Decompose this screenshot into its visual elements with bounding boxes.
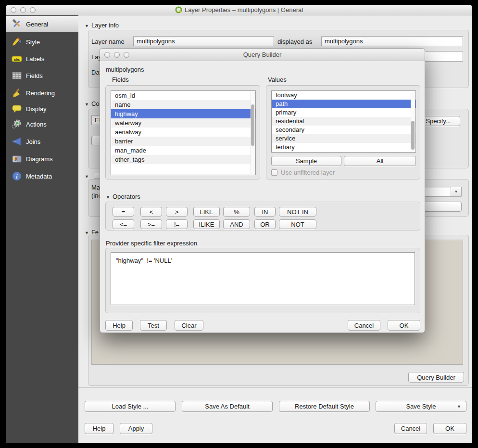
op-lt-button[interactable]: < xyxy=(140,207,162,217)
all-button[interactable]: All xyxy=(344,156,416,166)
list-item[interactable]: barrier xyxy=(111,137,255,146)
sample-button[interactable]: Sample xyxy=(271,156,341,166)
list-item[interactable]: waterway xyxy=(111,118,255,128)
op-like-button[interactable]: LIKE xyxy=(193,207,220,217)
list-item[interactable]: residential xyxy=(272,117,415,126)
sidebar-item-label: Labels xyxy=(26,55,44,63)
op-pct-button[interactable]: % xyxy=(223,207,250,217)
op-not-button[interactable]: NOT xyxy=(279,219,316,229)
window-controls xyxy=(11,7,36,13)
restore-default-style-button[interactable]: Restore Default Style xyxy=(279,401,370,412)
list-item[interactable]: aerialway xyxy=(111,128,255,137)
op-le-button[interactable]: <= xyxy=(113,219,134,229)
sidebar-item-metadata[interactable]: i Metadata xyxy=(6,168,78,184)
dialog-titlebar[interactable]: Query Builder xyxy=(100,49,425,61)
sidebar-item-joins[interactable]: Joins xyxy=(6,133,78,150)
sidebar-item-label: Fields xyxy=(26,72,43,79)
sidebar-item-label: Actions xyxy=(26,121,47,128)
list-item-selected[interactable]: highway xyxy=(111,109,255,118)
op-gt-button[interactable]: > xyxy=(166,207,188,217)
close-button[interactable] xyxy=(11,7,16,13)
sidebar-item-labels[interactable]: abc Labels xyxy=(6,51,78,67)
zoom-button[interactable] xyxy=(124,52,129,58)
zoom-button[interactable] xyxy=(30,7,36,13)
visibility-header[interactable]: ▼ xyxy=(85,172,91,179)
fields-group: osm_id name highway waterway aerialway b… xyxy=(105,85,260,179)
minimize-button[interactable] xyxy=(20,7,26,13)
operators-group: = < > LIKE % IN NOT IN <= >= != ILIKE AN… xyxy=(105,202,420,230)
minimize-button[interactable] xyxy=(114,52,120,58)
crs-header[interactable]: ▼Co xyxy=(85,100,100,107)
filter-expression-label: Provider specific filter expression xyxy=(106,240,197,247)
list-item[interactable]: footway xyxy=(272,91,415,100)
paintbrush-icon xyxy=(12,37,22,47)
op-in-button[interactable]: IN xyxy=(254,207,276,217)
scrollbar-thumb[interactable] xyxy=(411,121,415,150)
bottom-separator xyxy=(78,387,472,388)
sidebar-item-diagrams[interactable]: Diagrams xyxy=(6,151,78,167)
qb-help-button[interactable]: Help xyxy=(105,320,133,331)
window-titlebar[interactable]: Layer Properties – multipolygons | Gener… xyxy=(6,5,472,15)
fields-header: Fields xyxy=(112,76,129,83)
list-item[interactable]: service xyxy=(272,134,415,143)
op-eq-button[interactable]: = xyxy=(113,207,134,217)
op-ge-button[interactable]: >= xyxy=(140,219,162,229)
op-ilike-button[interactable]: ILIKE xyxy=(193,219,220,229)
list-item[interactable]: tertiary xyxy=(272,143,415,152)
layer-name-label: Layer name xyxy=(91,38,125,45)
chevron-down-icon[interactable]: ▼ xyxy=(451,187,461,196)
dialog-window-controls xyxy=(104,52,129,58)
list-item[interactable]: man_made xyxy=(111,146,255,155)
filter-expression-textarea[interactable]: "highway" != 'NULL' xyxy=(111,252,415,305)
layer-source-input[interactable] xyxy=(420,51,463,62)
help-button[interactable]: Help xyxy=(85,423,113,434)
sidebar-item-label: Diagrams xyxy=(26,155,53,163)
ok-button[interactable]: OK xyxy=(433,423,466,434)
crs-partial-button[interactable] xyxy=(91,136,100,145)
sidebar-item-display[interactable]: Display xyxy=(6,101,78,117)
list-item-selected[interactable]: path xyxy=(272,100,415,108)
sidebar-item-fields[interactable]: Fields xyxy=(6,67,78,84)
sidebar-item-label: Style xyxy=(26,38,40,46)
speech-bubble-icon xyxy=(12,103,22,114)
fields-list[interactable]: osm_id name highway waterway aerialway b… xyxy=(111,90,256,175)
table-icon xyxy=(12,70,22,81)
query-builder-button[interactable]: Query Builder xyxy=(408,372,464,383)
op-or-button[interactable]: OR xyxy=(254,219,276,229)
op-notin-button[interactable]: NOT IN xyxy=(279,207,316,217)
sidebar-item-general[interactable]: General xyxy=(6,16,78,32)
list-item[interactable]: other_tags xyxy=(111,155,255,164)
op-ne-button[interactable]: != xyxy=(166,219,188,229)
list-item[interactable]: primary xyxy=(272,108,415,117)
displayed-as-label: displayed as xyxy=(277,38,312,45)
apply-button[interactable]: Apply xyxy=(120,423,152,434)
close-button[interactable] xyxy=(104,52,110,58)
op-and-button[interactable]: AND xyxy=(223,219,250,229)
scrollbar-thumb[interactable] xyxy=(251,104,254,146)
sidebar-item-rendering[interactable]: Rendering xyxy=(6,85,78,101)
values-list[interactable]: footway path primary residential seconda… xyxy=(271,90,416,153)
qb-clear-button[interactable]: Clear xyxy=(175,320,203,331)
qb-cancel-button[interactable]: Cancel xyxy=(348,320,380,331)
list-item[interactable]: name xyxy=(111,100,255,109)
load-style-button[interactable]: Load Style ... xyxy=(85,401,176,412)
operators-header[interactable]: ▼Operators xyxy=(106,193,140,200)
collapse-triangle-icon: ▼ xyxy=(85,24,89,28)
use-unfiltered-label: Use unfiltered layer xyxy=(281,169,335,176)
sidebar-item-actions[interactable]: Actions xyxy=(6,116,78,132)
save-as-default-button[interactable]: Save As Default xyxy=(182,401,273,412)
sidebar-item-style[interactable]: Style xyxy=(6,34,78,50)
layer-info-header[interactable]: ▼Layer info xyxy=(85,22,119,29)
sidebar: General Style abc Labels xyxy=(6,15,78,443)
cancel-button[interactable]: Cancel xyxy=(394,423,427,434)
qb-ok-button[interactable]: OK xyxy=(388,320,420,331)
gear-action-icon xyxy=(12,119,22,129)
abc-tag-icon: abc xyxy=(12,53,22,64)
displayed-as-input[interactable]: multipolygons xyxy=(321,36,463,46)
save-style-button[interactable]: Save Style ▼ xyxy=(376,401,466,412)
layer-name-input[interactable]: multipolygons xyxy=(133,36,274,46)
list-item[interactable]: osm_id xyxy=(111,91,255,100)
qb-test-button[interactable]: Test xyxy=(140,320,167,331)
collapse-triangle-icon: ▼ xyxy=(106,195,110,200)
list-item[interactable]: secondary xyxy=(272,126,415,134)
